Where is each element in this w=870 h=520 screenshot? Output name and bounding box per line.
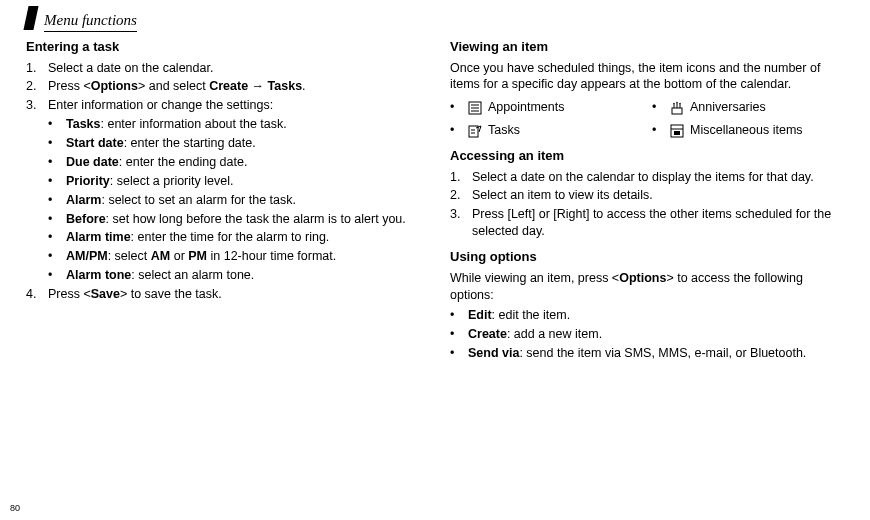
- field-desc: Priority: select a priority level.: [66, 173, 420, 190]
- field-name: Start date: [66, 136, 124, 150]
- page-header: Menu functions: [26, 6, 137, 32]
- field-desc: Start date: enter the starting date.: [66, 135, 420, 152]
- using-options-para: While viewing an item, press <Options> t…: [450, 270, 844, 304]
- header-title: Menu functions: [44, 10, 137, 32]
- step-text: Press <Save> to save the task.: [48, 286, 420, 303]
- list-item: •Due date: enter the ending date.: [48, 154, 420, 171]
- anniversaries-icon: [670, 101, 684, 115]
- bullet: •: [450, 307, 468, 324]
- step-text: Select an item to view its details.: [472, 187, 844, 204]
- text: : add a new item.: [507, 327, 602, 341]
- text: .: [302, 79, 305, 93]
- section-title-accessing-item: Accessing an item: [450, 147, 844, 165]
- field-name: Tasks: [66, 117, 101, 131]
- text: : enter the starting date.: [124, 136, 256, 150]
- section-title-viewing-item: Viewing an item: [450, 38, 844, 56]
- strong-am: AM: [151, 249, 170, 263]
- legend-tasks: • Tasks: [450, 122, 642, 139]
- field-desc: Due date: enter the ending date.: [66, 154, 420, 171]
- svg-point-7: [679, 102, 681, 104]
- legend-anniversaries: • Anniversaries: [652, 99, 844, 116]
- bullet: •: [450, 99, 462, 116]
- field-name: Before: [66, 212, 106, 226]
- text: : select a priority level.: [110, 174, 234, 188]
- option-name: Edit: [468, 308, 492, 322]
- strong-options: Options: [619, 271, 666, 285]
- text: : send the item via SMS, MMS, e-mail, or…: [519, 346, 806, 360]
- header-ornament: [23, 6, 38, 30]
- bullet: •: [48, 154, 66, 171]
- list-item: •Alarm tone: select an alarm tone.: [48, 267, 420, 284]
- entering-task-step4: 4. Press <Save> to save the task.: [26, 286, 420, 303]
- list-item: •Alarm time: enter the time for the alar…: [48, 229, 420, 246]
- option-desc: Edit: edit the item.: [468, 307, 844, 324]
- bullet: •: [48, 267, 66, 284]
- bullet: •: [652, 122, 664, 139]
- svg-rect-13: [674, 131, 680, 135]
- option-name: Send via: [468, 346, 519, 360]
- step-number: 4.: [26, 286, 48, 303]
- right-column: Viewing an item Once you have scheduled …: [450, 38, 844, 502]
- field-name: AM/PM: [66, 249, 108, 263]
- field-desc: Tasks: enter information about the task.: [66, 116, 420, 133]
- field-desc: Before: set how long before the task the…: [66, 211, 420, 228]
- svg-point-5: [673, 102, 675, 104]
- text: : edit the item.: [492, 308, 571, 322]
- step-3: 3. Enter information or change the setti…: [26, 97, 420, 114]
- step-text: Press <Options> and select Create → Task…: [48, 78, 420, 95]
- bullet: •: [48, 173, 66, 190]
- text: : select: [108, 249, 151, 263]
- option-name: Create: [468, 327, 507, 341]
- step-1: 1.Select a date on the calendar to displ…: [450, 169, 844, 186]
- entering-task-steps: 1. Select a date on the calendar. 2. Pre…: [26, 60, 420, 115]
- list-item: •Start date: enter the starting date.: [48, 135, 420, 152]
- legend-label: Appointments: [488, 99, 564, 116]
- text: : enter the ending date.: [119, 155, 248, 169]
- bullet: •: [450, 326, 468, 343]
- text: > and select: [138, 79, 209, 93]
- text: While viewing an item, press <: [450, 271, 619, 285]
- text: : select an alarm tone.: [131, 268, 254, 282]
- viewing-item-para: Once you have scheduled things, the item…: [450, 60, 844, 94]
- field-name: Alarm: [66, 193, 101, 207]
- text: Press <: [48, 79, 91, 93]
- section-title-using-options: Using options: [450, 248, 844, 266]
- accessing-item-steps: 1.Select a date on the calendar to displ…: [450, 169, 844, 241]
- text: > to save the task.: [120, 287, 222, 301]
- step-text: Press [Left] or [Right] to access the ot…: [472, 206, 844, 240]
- item-type-legend: • Appointments • Anniversaries • Tasks: [450, 99, 844, 139]
- task-field-list: •Tasks: enter information about the task…: [26, 116, 420, 284]
- bullet: •: [48, 135, 66, 152]
- field-desc: Alarm: select to set an alarm for the ta…: [66, 192, 420, 209]
- svg-rect-4: [672, 108, 682, 114]
- arrow: →: [248, 79, 267, 93]
- text: or: [170, 249, 188, 263]
- step-number: 1.: [26, 60, 48, 77]
- field-desc: AM/PM: select AM or PM in 12-hour time f…: [66, 248, 420, 265]
- step-text: Select a date on the calendar to display…: [472, 169, 844, 186]
- step-3: 3.Press [Left] or [Right] to access the …: [450, 206, 844, 240]
- step-1: 1. Select a date on the calendar.: [26, 60, 420, 77]
- text: : enter the time for the alarm to ring.: [131, 230, 330, 244]
- legend-label: Miscellaneous items: [690, 122, 803, 139]
- list-item: •Send via: send the item via SMS, MMS, e…: [450, 345, 844, 362]
- step-2: 2.Select an item to view its details.: [450, 187, 844, 204]
- field-name: Alarm tone: [66, 268, 131, 282]
- field-name: Alarm time: [66, 230, 131, 244]
- section-title-entering-task: Entering a task: [26, 38, 420, 56]
- step-number: 2.: [450, 187, 472, 204]
- appointments-icon: [468, 101, 482, 115]
- legend-appointments: • Appointments: [450, 99, 642, 116]
- text: : set how long before the task the alarm…: [106, 212, 406, 226]
- step-text: Enter information or change the settings…: [48, 97, 420, 114]
- list-item: •Priority: select a priority level.: [48, 173, 420, 190]
- step-2: 2. Press <Options> and select Create → T…: [26, 78, 420, 95]
- bullet: •: [48, 116, 66, 133]
- field-name: Priority: [66, 174, 110, 188]
- tasks-icon: [468, 124, 482, 138]
- list-item: •Before: set how long before the task th…: [48, 211, 420, 228]
- list-item: •AM/PM: select AM or PM in 12-hour time …: [48, 248, 420, 265]
- bullet: •: [450, 122, 462, 139]
- strong-pm: PM: [188, 249, 207, 263]
- misc-icon: [670, 124, 684, 138]
